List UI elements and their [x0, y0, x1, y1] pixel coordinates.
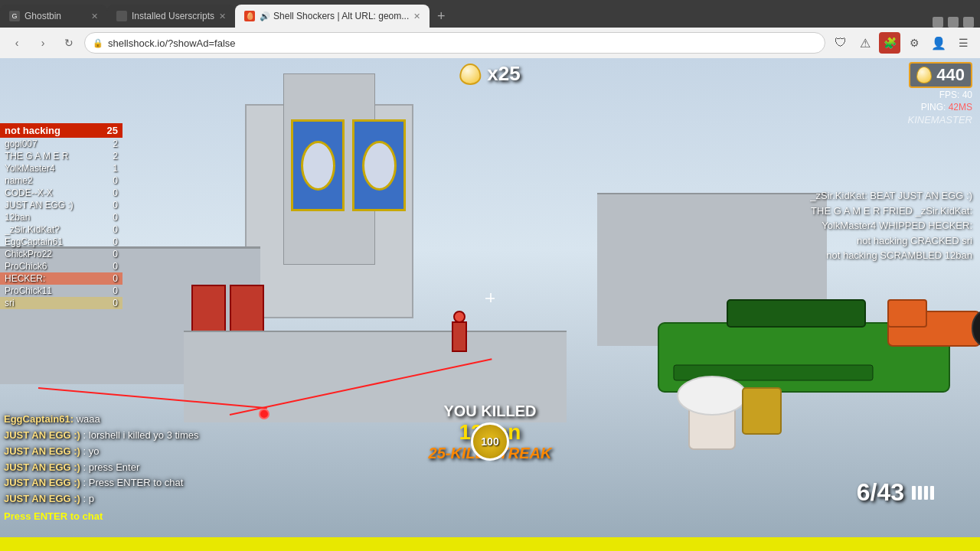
- player-score-13: 0: [113, 298, 118, 308]
- chat-line-3: JUST AN EGG :) : yo: [4, 444, 199, 460]
- chat-line-2: JUST AN EGG :) : lorshell i killed yo 3 …: [4, 428, 199, 444]
- ammo-current: 6/43: [857, 478, 904, 507]
- new-tab-button[interactable]: +: [430, 5, 452, 28]
- you-killed-label: YOU KILLED: [429, 403, 552, 420]
- extensions-icon[interactable]: 🧩: [879, 32, 900, 54]
- back-button[interactable]: ‹: [6, 32, 28, 54]
- bullet-2: [918, 486, 922, 500]
- chat-name-2: JUST AN EGG :): [4, 429, 80, 441]
- kill-feed-item-5: not hacking SCRAMBLED 12ban: [810, 248, 972, 263]
- score-row-8: EggCaptain61 0: [0, 236, 122, 248]
- kill-feed: _zSir.KidKat: BEAT JUST AN EGG :) THE G …: [810, 188, 972, 263]
- kill-feed-item-1: _zSir.KidKat: BEAT JUST AN EGG :): [810, 188, 972, 204]
- egg-icon-counter: [459, 64, 481, 85]
- ammo-counter: 6/43: [857, 478, 934, 507]
- banner-blue-left: [291, 119, 345, 211]
- menu-icon[interactable]: ☰: [952, 32, 974, 54]
- player-score-9: 0: [113, 249, 118, 259]
- url-lock-icon: 🔒: [93, 38, 103, 48]
- gun-container: [612, 246, 980, 476]
- enemy-figure: [452, 311, 467, 352]
- minimize-button[interactable]: [933, 17, 943, 28]
- red-dot-1: [259, 409, 270, 419]
- chat-msg-4: : press Enter: [83, 461, 140, 473]
- press-enter-prompt: Press ENTER to chat: [4, 510, 199, 522]
- maximize-button[interactable]: [948, 17, 959, 28]
- kill-count-text: x25: [487, 62, 520, 86]
- reload-button[interactable]: ↻: [58, 32, 80, 54]
- chat-name-6: JUST AN EGG :): [4, 493, 80, 504]
- player-name-13: sri: [5, 298, 15, 308]
- score-row-0: gopi007 2: [0, 138, 122, 150]
- ammo-bullets: [912, 486, 934, 500]
- enemy-body: [452, 321, 467, 352]
- player-score-0: 2: [113, 139, 118, 149]
- player-name-3: name2: [5, 175, 33, 186]
- tab-shellshockers-close[interactable]: ✕: [413, 11, 420, 21]
- svg-rect-5: [888, 300, 926, 327]
- tab-shellshockers-label: Shell Shockers | Alt URL: geom...: [273, 11, 409, 21]
- score-hud: 440 FPS: 40 PING: 42MS KINEMASTER: [907, 62, 972, 126]
- score-row-5: JUST AN EGG :) 0: [0, 199, 122, 211]
- svg-rect-8: [743, 388, 781, 434]
- ping-display: PING: 42MS: [921, 102, 972, 112]
- chat-msg-5: : Press ENTER to chat: [83, 477, 184, 488]
- score-value: 440: [936, 65, 965, 85]
- userscripts-favicon: [116, 11, 127, 21]
- account-icon[interactable]: 👤: [928, 32, 949, 54]
- score-row-13: sri 0: [0, 297, 122, 309]
- tab-ghostbin[interactable]: G Ghostbin ✕: [0, 5, 107, 28]
- yellow-bar: [0, 537, 980, 551]
- chat-msg-1: waaa: [77, 413, 100, 425]
- player-name-9: ChickPro22: [5, 249, 52, 259]
- player-name-12: ProChick11: [5, 285, 52, 296]
- tab-userscripts-close[interactable]: ✕: [219, 11, 226, 21]
- svg-rect-3: [727, 300, 865, 327]
- ping-value: 42MS: [949, 102, 972, 112]
- chat-area: EggCaptain61: waaa JUST AN EGG :) : lors…: [4, 412, 199, 522]
- fps-label: FPS:: [939, 90, 960, 100]
- kinemaster-logo: KINEMASTER: [907, 114, 972, 126]
- chat-line-6: JUST AN EGG :) : p: [4, 491, 199, 507]
- url-bar[interactable]: 🔒 shellshock.io/?showAd=false: [84, 32, 825, 54]
- score-row-11: HECKER: 0: [0, 272, 122, 285]
- chat-name-1: EggCaptain61:: [4, 413, 74, 425]
- score-row-6: 12ban 0: [0, 211, 122, 223]
- player-score-6: 0: [113, 212, 118, 223]
- player-name-11: HECKER:: [5, 273, 45, 284]
- tab-shellshockers[interactable]: 🥚 🔊 Shell Shockers | Alt URL: geom... ✕: [235, 5, 430, 28]
- player-score-12: 0: [113, 285, 118, 296]
- url-text: shellshock.io/?showAd=false: [108, 37, 236, 49]
- player-score-11: 0: [113, 273, 118, 284]
- bullet-4: [930, 486, 934, 500]
- player-score-7: 0: [113, 224, 118, 235]
- banner-blue-right: [352, 119, 406, 211]
- scoreboard-player-name: not hacking: [5, 125, 60, 136]
- player-name-7: _zSir.KidKat?: [5, 224, 60, 235]
- puzzle-icon[interactable]: ⚙: [903, 32, 925, 54]
- player-score-8: 0: [113, 236, 118, 247]
- tab-userscripts[interactable]: Installed Userscripts ✕: [107, 5, 235, 28]
- tab-ghostbin-close[interactable]: ✕: [91, 11, 98, 21]
- score-badge: 440: [909, 62, 972, 88]
- health-container: 100: [471, 422, 509, 461]
- scoreboard: not hacking 25 gopi007 2 THE G A M E R 2…: [0, 123, 122, 309]
- shield-icon: 🛡: [830, 32, 851, 54]
- player-score-10: 0: [113, 261, 118, 272]
- chat-line-5: JUST AN EGG :) : Press ENTER to chat: [4, 475, 199, 491]
- score-row-2: YolkMaster4 1: [0, 162, 122, 174]
- fps-display: FPS: 40: [939, 90, 972, 100]
- tab-userscripts-label: Installed Userscripts: [132, 11, 214, 21]
- kill-feed-item-4: not hacking CRACKED sri: [810, 233, 972, 249]
- tab-bar: G Ghostbin ✕ Installed Userscripts ✕ 🥚 🔊…: [0, 0, 980, 28]
- chat-line-1: EggCaptain61: waaa: [4, 412, 199, 428]
- player-score-3: 0: [113, 175, 118, 186]
- gun-svg: [612, 246, 980, 476]
- forward-button[interactable]: ›: [32, 32, 54, 54]
- player-score-2: 1: [113, 163, 118, 174]
- kill-counter: x25: [459, 62, 520, 86]
- chat-msg-3: : yo: [83, 445, 100, 457]
- game-viewport[interactable]: x25 440 FPS: 40 PING: 42MS KINEMASTER _z…: [0, 58, 980, 537]
- bullet-1: [912, 486, 916, 500]
- close-window-button[interactable]: [963, 17, 974, 28]
